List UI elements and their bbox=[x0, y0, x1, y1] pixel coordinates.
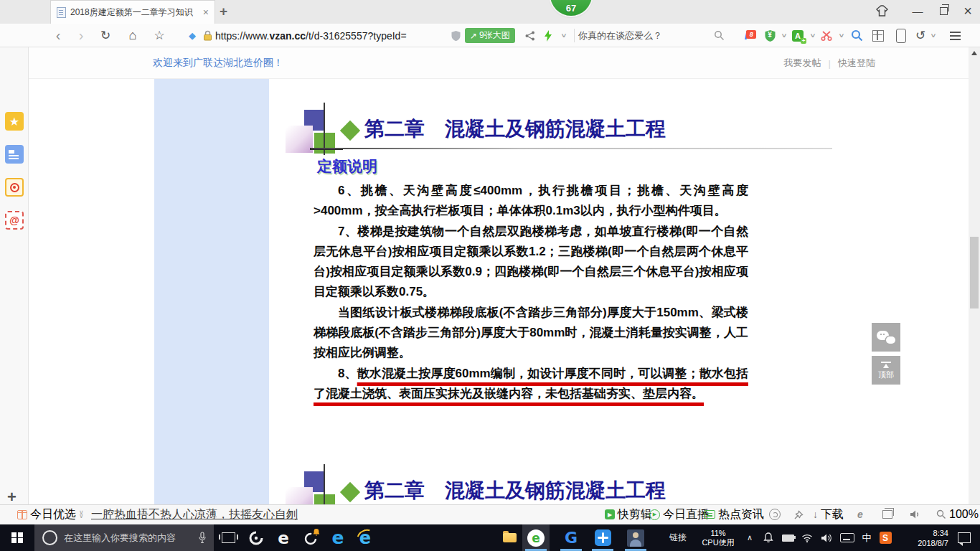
download-button[interactable]: ↓ 下载 bbox=[813, 504, 844, 524]
ssl-lock-icon bbox=[201, 24, 214, 47]
taskbar-search-placeholder: 在这里输入你要搜索的内容 bbox=[64, 532, 192, 545]
extension-badge-count: 8 bbox=[746, 30, 756, 39]
taskbar-clock[interactable]: 8:34 2018/8/7 bbox=[895, 524, 948, 551]
green-e-browser-icon[interactable]: e bbox=[522, 524, 550, 551]
tray-speaker-icon[interactable] bbox=[816, 524, 837, 551]
shield-dropdown-icon[interactable]: ∨ bbox=[779, 24, 789, 47]
cpu-label: CPU使用 bbox=[702, 538, 734, 547]
start-button[interactable] bbox=[0, 524, 34, 551]
scissors-icon[interactable] bbox=[818, 24, 835, 47]
edge-browser-icon[interactable]: e bbox=[324, 524, 352, 551]
extension-ip-icon[interactable]: i› 8 bbox=[738, 24, 759, 47]
quick-clip-icon: ▶ bbox=[605, 509, 615, 519]
refresh-button[interactable]: ↻ bbox=[96, 24, 115, 47]
white-e-browser-icon[interactable]: e bbox=[270, 524, 297, 551]
paragraph-7b: 当图纸设计板式楼梯梯段底板(不含踏步三角部分)厚度大于150mm、梁式楼梯梯段底… bbox=[314, 303, 748, 364]
zoom-control[interactable]: 100% bbox=[936, 504, 979, 524]
hot-news-icon bbox=[705, 510, 715, 519]
mobile-icon[interactable] bbox=[892, 24, 910, 47]
big-images-badge[interactable]: ↗ 9张大图 bbox=[465, 28, 515, 43]
bolt-dropdown-icon[interactable]: ∨ bbox=[558, 24, 570, 47]
close-button[interactable]: × bbox=[956, 0, 980, 22]
bookmark-star-button[interactable]: ☆ bbox=[150, 24, 169, 47]
wifi-icon[interactable] bbox=[798, 524, 816, 551]
action-center-icon[interactable] bbox=[951, 524, 977, 551]
scissors-dropdown-icon[interactable]: ∨ bbox=[837, 24, 847, 47]
translate-icon[interactable]: A+ bbox=[789, 24, 806, 47]
undo-icon[interactable]: ↺ bbox=[913, 24, 928, 47]
browser-tab[interactable]: 2018房建定额第一二章学习知识 × bbox=[50, 0, 215, 24]
cpu-percent: 11% bbox=[710, 529, 725, 538]
accelerator-ball-icon[interactable] bbox=[769, 504, 781, 524]
undo-dropdown-icon[interactable]: ∨ bbox=[928, 24, 938, 47]
taskbar-search-box[interactable]: 在这里输入你要搜索的内容 bbox=[34, 524, 214, 551]
news-feed-icon[interactable] bbox=[5, 145, 24, 164]
translate-dropdown-icon[interactable]: ∨ bbox=[808, 24, 818, 47]
ime-indicator[interactable]: 中 bbox=[858, 524, 875, 551]
cpu-usage-widget[interactable]: 11% CPU使用 bbox=[697, 524, 739, 551]
cross-app-icon[interactable] bbox=[589, 524, 616, 551]
favorites-icon[interactable]: ★ bbox=[5, 112, 24, 131]
scrollbar-thumb[interactable] bbox=[970, 237, 979, 309]
welcome-link[interactable]: 欢迎来到广联达湖北造价圈！ bbox=[153, 57, 283, 70]
marquee-news-link[interactable]: 一腔热血捂不热人心凉薄，扶摇友心自刎 bbox=[91, 504, 298, 524]
accelerator-bolt-icon[interactable] bbox=[541, 24, 555, 47]
today-live-button[interactable]: ▶ 今日直播 bbox=[649, 504, 709, 524]
glodon-app-icon[interactable]: G bbox=[557, 524, 585, 551]
quick-clip-button[interactable]: ▶ 快剪辑 bbox=[605, 504, 652, 524]
home-button[interactable]: ⌂ bbox=[123, 24, 142, 47]
back-to-top-button[interactable]: 顶部 bbox=[872, 356, 900, 385]
forward-button[interactable]: › bbox=[72, 24, 90, 47]
mute-speaker-icon[interactable] bbox=[910, 504, 921, 524]
weibo-icon[interactable] bbox=[5, 178, 24, 197]
tray-bell-icon[interactable] bbox=[759, 524, 778, 551]
ie-browser-icon[interactable]: e bbox=[352, 524, 379, 551]
tab-close-icon[interactable]: × bbox=[203, 7, 209, 17]
collapse-chevrons-icon[interactable]: ∨∨ bbox=[79, 504, 84, 524]
daily-picks-button[interactable]: 今日优选 bbox=[17, 504, 76, 524]
tray-expand-icon[interactable]: ∧ bbox=[740, 524, 759, 551]
links-divider: | bbox=[829, 58, 831, 69]
tab-favicon-icon bbox=[57, 7, 66, 18]
avatar-app-icon[interactable] bbox=[622, 524, 649, 551]
sogou-input-icon[interactable]: S bbox=[875, 524, 895, 551]
address-bar[interactable]: https://www.vzan.cc/t/d-31625557?typeId= bbox=[215, 24, 452, 47]
battery-icon[interactable] bbox=[778, 524, 798, 551]
menu-icon[interactable] bbox=[944, 24, 966, 47]
links-toolbar-label[interactable]: 链接 bbox=[661, 524, 694, 551]
share-icon[interactable] bbox=[522, 24, 538, 47]
minimize-button[interactable]: — bbox=[905, 0, 930, 22]
wechat-share-button[interactable] bbox=[872, 323, 900, 352]
swirl-app-icon[interactable] bbox=[242, 524, 270, 551]
toolbar-search-box[interactable]: 你真的在谈恋爱么？ bbox=[578, 27, 725, 44]
page-scrollbar[interactable] bbox=[969, 47, 980, 504]
apps-grid-icon[interactable] bbox=[870, 24, 887, 47]
restore-button[interactable] bbox=[931, 0, 956, 22]
mail-icon[interactable]: @ bbox=[5, 211, 24, 230]
skin-button[interactable] bbox=[870, 0, 894, 22]
find-key-icon[interactable] bbox=[848, 24, 865, 47]
paragraph-7: 7、楼梯是按建筑物一个自然层双跑楼梯考虑，如单坡直行楼梯(即一个自然层无休息平台… bbox=[314, 222, 748, 303]
back-button[interactable]: ‹ bbox=[49, 24, 67, 47]
site-gem-icon[interactable]: ◆ bbox=[185, 24, 199, 47]
speed-score-ball[interactable]: 67 bbox=[550, 0, 592, 16]
touch-keyboard-icon[interactable] bbox=[837, 524, 858, 551]
hot-news-button[interactable]: 热点资讯 bbox=[705, 504, 764, 524]
quick-login-link[interactable]: 快速登陆 bbox=[838, 57, 875, 70]
zoom-level: 100% bbox=[949, 508, 979, 521]
live-play-icon: ▶ bbox=[649, 509, 660, 520]
ie-mode-icon[interactable]: e bbox=[857, 504, 863, 524]
file-explorer-icon[interactable] bbox=[496, 524, 522, 551]
tab-bar: 2018房建定额第一二章学习知识 × + 67 — × bbox=[0, 0, 980, 24]
window-mode-icon[interactable] bbox=[882, 504, 892, 524]
scroll-up-arrow[interactable] bbox=[971, 51, 977, 55]
toolbar-search-text: 你真的在谈恋爱么？ bbox=[578, 29, 714, 42]
money-shield-icon[interactable]: ¥ bbox=[762, 24, 778, 47]
task-view-button[interactable] bbox=[214, 524, 242, 551]
microphone-icon bbox=[198, 532, 207, 544]
pushpin-icon[interactable] bbox=[793, 504, 804, 524]
new-post-link[interactable]: 我要发帖 bbox=[784, 57, 821, 70]
new-tab-button[interactable]: + bbox=[220, 4, 227, 19]
shield-icon[interactable] bbox=[449, 24, 462, 47]
spiral-app-icon[interactable] bbox=[297, 524, 324, 551]
